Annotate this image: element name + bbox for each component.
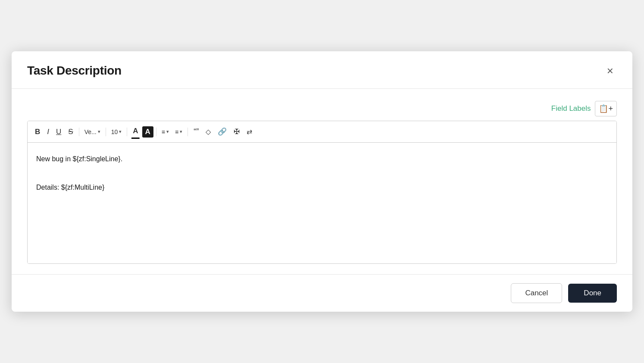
- editor-container: B I U S Ve... ▾ 10 ▾: [27, 121, 617, 264]
- field-labels-row: Field Labels 📋+: [27, 101, 617, 116]
- field-labels-icon-button[interactable]: 📋+: [595, 101, 617, 116]
- font-size-select[interactable]: 10 ▾: [109, 127, 125, 137]
- link-button[interactable]: 🔗: [215, 125, 230, 138]
- list-select[interactable]: ≡ ▾: [172, 127, 185, 137]
- extra-format-icon: ⇄: [247, 128, 252, 136]
- done-button[interactable]: Done: [568, 284, 617, 303]
- editor-line-2: [36, 167, 608, 179]
- font-size-chevron-icon: ▾: [119, 129, 122, 135]
- eraser-button[interactable]: ◇: [203, 125, 214, 138]
- close-button[interactable]: ×: [603, 63, 617, 78]
- align-icon: ≡: [162, 128, 165, 135]
- cancel-button[interactable]: Cancel: [511, 283, 562, 303]
- dialog-header: Task Description ×: [12, 51, 632, 89]
- editor-line-1: New bug in ${zf:SingleLine}.: [36, 153, 608, 165]
- font-size-label: 10: [111, 128, 118, 135]
- toolbar-divider-2: [106, 128, 106, 136]
- font-color-label: A: [133, 127, 138, 135]
- strikethrough-button[interactable]: S: [65, 125, 76, 138]
- link-icon: 🔗: [218, 127, 227, 136]
- editor-line-3: Details: ${zf:MultiLine}: [36, 182, 608, 193]
- align-select[interactable]: ≡ ▾: [159, 127, 172, 137]
- table-icon: ✠: [234, 127, 240, 136]
- bold-button[interactable]: B: [32, 125, 43, 138]
- field-labels-button[interactable]: Field Labels: [551, 103, 595, 115]
- toolbar-divider-1: [79, 128, 79, 136]
- font-color-underline: [131, 138, 139, 139]
- dialog-body: Field Labels 📋+ B I U S Ve...: [12, 89, 632, 274]
- toolbar-divider-4: [156, 128, 156, 136]
- dialog-footer: Cancel Done: [12, 274, 632, 312]
- list-icon: ≡: [175, 128, 178, 135]
- task-description-dialog: Task Description × Field Labels 📋+ B I U…: [12, 51, 632, 312]
- font-family-label: Ve...: [84, 128, 97, 135]
- quote-button[interactable]: “”: [191, 125, 202, 138]
- quote-icon: “”: [194, 127, 199, 136]
- list-chevron-icon: ▾: [180, 129, 182, 135]
- extra-format-button[interactable]: ⇄: [244, 125, 255, 138]
- font-color-button[interactable]: A: [130, 125, 141, 139]
- table-button[interactable]: ✠: [231, 125, 243, 138]
- editor-content[interactable]: New bug in ${zf:SingleLine}. Details: ${…: [28, 143, 616, 263]
- field-labels-icon: 📋+: [599, 104, 613, 113]
- toolbar-divider-5: [188, 128, 188, 136]
- toolbar-divider-3: [127, 128, 127, 136]
- editor-toolbar: B I U S Ve... ▾ 10 ▾: [28, 121, 616, 143]
- font-family-chevron-icon: ▾: [98, 129, 100, 135]
- align-chevron-icon: ▾: [166, 129, 169, 135]
- font-family-select[interactable]: Ve... ▾: [82, 127, 103, 137]
- underline-button[interactable]: U: [53, 125, 64, 138]
- italic-button[interactable]: I: [44, 125, 52, 138]
- bg-color-button[interactable]: A: [142, 126, 153, 138]
- dialog-title: Task Description: [27, 64, 122, 78]
- eraser-icon: ◇: [206, 128, 211, 136]
